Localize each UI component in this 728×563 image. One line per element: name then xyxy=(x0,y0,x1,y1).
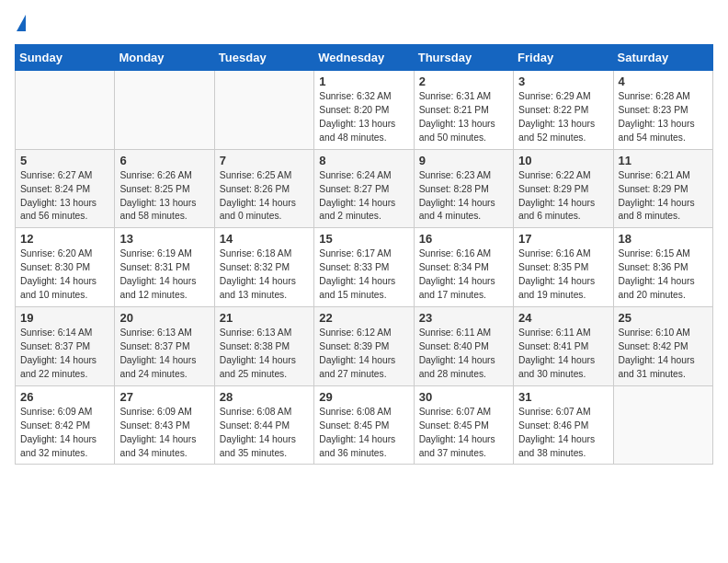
calendar-cell: 1Sunrise: 6:32 AM Sunset: 8:20 PM Daylig… xyxy=(314,71,414,150)
day-number: 1 xyxy=(319,75,408,88)
calendar-cell: 19Sunrise: 6:14 AM Sunset: 8:37 PM Dayli… xyxy=(16,307,115,386)
calendar-cell: 31Sunrise: 6:07 AM Sunset: 8:46 PM Dayli… xyxy=(514,385,613,465)
calendar-header-sunday: Sunday xyxy=(16,45,115,71)
day-info: Sunrise: 6:10 AM Sunset: 8:42 PM Dayligh… xyxy=(619,327,708,382)
calendar-cell: 21Sunrise: 6:13 AM Sunset: 8:38 PM Dayli… xyxy=(214,307,313,386)
calendar-cell: 27Sunrise: 6:09 AM Sunset: 8:43 PM Dayli… xyxy=(115,385,214,465)
day-info: Sunrise: 6:19 AM Sunset: 8:31 PM Dayligh… xyxy=(119,247,209,303)
day-info: Sunrise: 6:24 AM Sunset: 8:27 PM Dayligh… xyxy=(319,169,408,224)
calendar-cell: 15Sunrise: 6:17 AM Sunset: 8:33 PM Dayli… xyxy=(314,228,414,307)
calendar-cell: 26Sunrise: 6:09 AM Sunset: 8:42 PM Dayli… xyxy=(16,385,115,465)
calendar-cell: 17Sunrise: 6:16 AM Sunset: 8:35 PM Dayli… xyxy=(514,228,613,307)
day-info: Sunrise: 6:09 AM Sunset: 8:42 PM Dayligh… xyxy=(20,406,109,461)
calendar-cell: 7Sunrise: 6:25 AM Sunset: 8:26 PM Daylig… xyxy=(214,149,313,228)
day-number: 4 xyxy=(619,75,708,88)
day-info: Sunrise: 6:27 AM Sunset: 8:24 PM Dayligh… xyxy=(20,169,109,224)
calendar-header-wednesday: Wednesday xyxy=(314,45,414,71)
day-info: Sunrise: 6:12 AM Sunset: 8:39 PM Dayligh… xyxy=(319,327,408,382)
day-number: 13 xyxy=(119,232,209,246)
day-number: 20 xyxy=(119,311,209,325)
calendar-week-row: 12Sunrise: 6:20 AM Sunset: 8:30 PM Dayli… xyxy=(16,228,713,307)
day-info: Sunrise: 6:32 AM Sunset: 8:20 PM Dayligh… xyxy=(319,90,408,145)
calendar-cell: 28Sunrise: 6:08 AM Sunset: 8:44 PM Dayli… xyxy=(214,385,313,465)
day-number: 10 xyxy=(518,154,608,167)
day-number: 23 xyxy=(419,311,508,325)
calendar-cell: 6Sunrise: 6:26 AM Sunset: 8:25 PM Daylig… xyxy=(115,149,214,228)
day-number: 6 xyxy=(119,154,209,167)
day-info: Sunrise: 6:16 AM Sunset: 8:35 PM Dayligh… xyxy=(518,247,608,303)
calendar-cell: 11Sunrise: 6:21 AM Sunset: 8:29 PM Dayli… xyxy=(613,149,712,228)
day-number: 18 xyxy=(619,232,708,246)
day-number: 2 xyxy=(419,75,508,88)
calendar-header-friday: Friday xyxy=(514,45,613,71)
day-number: 5 xyxy=(20,154,109,167)
day-number: 19 xyxy=(20,311,109,325)
day-info: Sunrise: 6:07 AM Sunset: 8:45 PM Dayligh… xyxy=(419,406,508,461)
calendar-cell: 5Sunrise: 6:27 AM Sunset: 8:24 PM Daylig… xyxy=(16,149,115,228)
calendar-cell: 14Sunrise: 6:18 AM Sunset: 8:32 PM Dayli… xyxy=(214,228,313,307)
calendar-week-row: 19Sunrise: 6:14 AM Sunset: 8:37 PM Dayli… xyxy=(16,307,713,386)
day-number: 14 xyxy=(220,232,309,246)
calendar-cell xyxy=(115,71,214,150)
day-info: Sunrise: 6:09 AM Sunset: 8:43 PM Dayligh… xyxy=(119,406,209,461)
day-number: 9 xyxy=(419,154,508,167)
day-info: Sunrise: 6:16 AM Sunset: 8:34 PM Dayligh… xyxy=(419,247,508,303)
day-info: Sunrise: 6:31 AM Sunset: 8:21 PM Dayligh… xyxy=(419,90,508,145)
day-number: 8 xyxy=(319,154,408,167)
calendar-header-monday: Monday xyxy=(115,45,214,71)
day-number: 25 xyxy=(619,311,708,325)
calendar-cell: 3Sunrise: 6:29 AM Sunset: 8:22 PM Daylig… xyxy=(514,71,613,150)
calendar-header-tuesday: Tuesday xyxy=(214,45,313,71)
calendar-cell: 25Sunrise: 6:10 AM Sunset: 8:42 PM Dayli… xyxy=(613,307,712,386)
day-number: 3 xyxy=(518,75,608,88)
day-info: Sunrise: 6:13 AM Sunset: 8:38 PM Dayligh… xyxy=(220,327,309,382)
day-info: Sunrise: 6:22 AM Sunset: 8:29 PM Dayligh… xyxy=(518,169,608,224)
calendar-cell: 2Sunrise: 6:31 AM Sunset: 8:21 PM Daylig… xyxy=(414,71,513,150)
day-info: Sunrise: 6:14 AM Sunset: 8:37 PM Dayligh… xyxy=(20,327,109,382)
day-info: Sunrise: 6:08 AM Sunset: 8:45 PM Dayligh… xyxy=(319,406,408,461)
logo-triangle-icon xyxy=(17,15,26,31)
day-number: 15 xyxy=(319,232,408,246)
calendar-cell: 30Sunrise: 6:07 AM Sunset: 8:45 PM Dayli… xyxy=(414,385,513,465)
day-number: 31 xyxy=(518,390,608,404)
day-info: Sunrise: 6:15 AM Sunset: 8:36 PM Dayligh… xyxy=(619,247,708,303)
day-info: Sunrise: 6:29 AM Sunset: 8:22 PM Dayligh… xyxy=(518,90,608,145)
day-number: 21 xyxy=(220,311,309,325)
calendar-cell: 24Sunrise: 6:11 AM Sunset: 8:41 PM Dayli… xyxy=(514,307,613,386)
day-info: Sunrise: 6:26 AM Sunset: 8:25 PM Dayligh… xyxy=(119,169,209,224)
calendar-cell: 10Sunrise: 6:22 AM Sunset: 8:29 PM Dayli… xyxy=(514,149,613,228)
day-info: Sunrise: 6:11 AM Sunset: 8:40 PM Dayligh… xyxy=(419,327,508,382)
calendar-week-row: 1Sunrise: 6:32 AM Sunset: 8:20 PM Daylig… xyxy=(16,71,713,150)
day-number: 27 xyxy=(119,390,209,404)
day-number: 28 xyxy=(220,390,309,404)
day-info: Sunrise: 6:08 AM Sunset: 8:44 PM Dayligh… xyxy=(220,406,309,461)
day-number: 12 xyxy=(20,232,109,246)
calendar-cell: 29Sunrise: 6:08 AM Sunset: 8:45 PM Dayli… xyxy=(314,385,414,465)
day-number: 17 xyxy=(518,232,608,246)
day-number: 30 xyxy=(419,390,508,404)
calendar-cell: 20Sunrise: 6:13 AM Sunset: 8:37 PM Dayli… xyxy=(115,307,214,386)
day-info: Sunrise: 6:21 AM Sunset: 8:29 PM Dayligh… xyxy=(619,169,708,224)
calendar-header-saturday: Saturday xyxy=(613,45,712,71)
day-info: Sunrise: 6:18 AM Sunset: 8:32 PM Dayligh… xyxy=(220,247,309,303)
logo xyxy=(15,15,26,33)
day-number: 7 xyxy=(220,154,309,167)
page-header xyxy=(15,15,713,33)
day-number: 22 xyxy=(319,311,408,325)
calendar-week-row: 26Sunrise: 6:09 AM Sunset: 8:42 PM Dayli… xyxy=(16,385,713,465)
day-info: Sunrise: 6:23 AM Sunset: 8:28 PM Dayligh… xyxy=(419,169,508,224)
calendar-cell: 13Sunrise: 6:19 AM Sunset: 8:31 PM Dayli… xyxy=(115,228,214,307)
day-info: Sunrise: 6:07 AM Sunset: 8:46 PM Dayligh… xyxy=(518,406,608,461)
calendar-header-row: SundayMondayTuesdayWednesdayThursdayFrid… xyxy=(16,45,713,71)
day-number: 26 xyxy=(20,390,109,404)
calendar-cell: 22Sunrise: 6:12 AM Sunset: 8:39 PM Dayli… xyxy=(314,307,414,386)
calendar-table: SundayMondayTuesdayWednesdayThursdayFrid… xyxy=(15,44,713,465)
calendar-cell xyxy=(214,71,313,150)
calendar-cell: 4Sunrise: 6:28 AM Sunset: 8:23 PM Daylig… xyxy=(613,71,712,150)
calendar-cell xyxy=(613,385,712,465)
calendar-cell: 9Sunrise: 6:23 AM Sunset: 8:28 PM Daylig… xyxy=(414,149,513,228)
day-info: Sunrise: 6:25 AM Sunset: 8:26 PM Dayligh… xyxy=(220,169,309,224)
calendar-cell: 16Sunrise: 6:16 AM Sunset: 8:34 PM Dayli… xyxy=(414,228,513,307)
calendar-cell xyxy=(16,71,115,150)
calendar-cell: 23Sunrise: 6:11 AM Sunset: 8:40 PM Dayli… xyxy=(414,307,513,386)
